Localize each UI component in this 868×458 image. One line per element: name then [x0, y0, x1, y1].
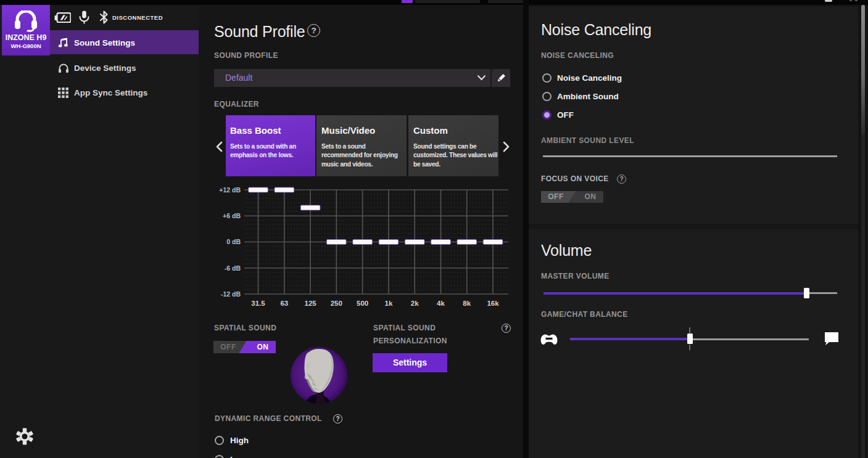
- svg-text:2k: 2k: [411, 300, 419, 307]
- svg-text:4k: 4k: [437, 300, 445, 307]
- svg-text:63: 63: [280, 300, 288, 307]
- svg-text:-6 dB: -6 dB: [225, 264, 241, 272]
- svg-text:-12 dB: -12 dB: [221, 290, 241, 298]
- svg-text:125: 125: [305, 300, 317, 307]
- svg-text:0 dB: 0 dB: [226, 238, 241, 245]
- svg-text:+12 dB: +12 dB: [219, 186, 241, 194]
- svg-text:500: 500: [357, 300, 368, 307]
- svg-text:31.5: 31.5: [251, 300, 265, 307]
- svg-text:+6 dB: +6 dB: [223, 212, 241, 219]
- svg-text:1k: 1k: [385, 300, 393, 307]
- svg-text:16k: 16k: [487, 300, 499, 307]
- svg-text:250: 250: [331, 300, 342, 307]
- svg-text:8k: 8k: [463, 300, 471, 307]
